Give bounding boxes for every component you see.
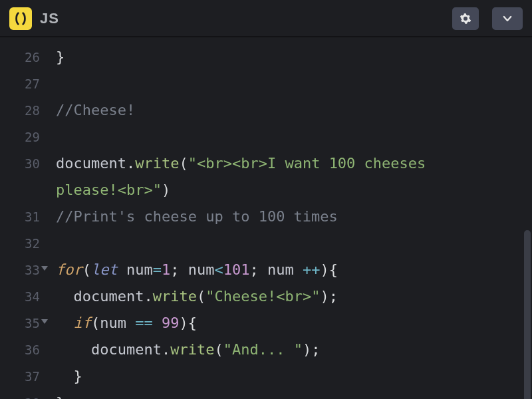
token-punct: . <box>162 341 170 358</box>
token-punct: ( <box>214 341 223 358</box>
settings-button[interactable] <box>452 7 479 30</box>
line-number-gutter: 26272829303132333435363738 <box>0 37 47 399</box>
code-line[interactable]: please!<br>") <box>56 177 532 203</box>
fold-toggle-icon[interactable] <box>41 319 48 324</box>
token-punct: } <box>74 368 82 384</box>
code-line[interactable]: } <box>56 363 532 390</box>
token-punct: ( <box>82 261 91 278</box>
code-line[interactable] <box>56 124 532 150</box>
token-punct: ); <box>320 288 338 305</box>
token-punct: ) <box>162 182 170 198</box>
code-line[interactable]: } <box>56 44 532 70</box>
token-keyword: if <box>74 315 92 331</box>
token-number: 1 <box>162 261 170 278</box>
code-line[interactable]: //Cheese! <box>56 97 532 124</box>
token-func: write <box>153 288 197 305</box>
token-ident: document <box>56 155 126 172</box>
gear-icon <box>460 13 471 25</box>
token-punct: ; <box>250 261 268 278</box>
code-line[interactable]: //Print's cheese up to 100 times <box>56 203 532 230</box>
token-op: = <box>153 261 162 278</box>
token-number: 99 <box>162 315 180 331</box>
token-func: write <box>135 155 179 172</box>
token-func: write <box>170 341 214 358</box>
expand-button[interactable] <box>492 7 523 30</box>
code-line[interactable] <box>56 70 532 97</box>
token-string: "Cheese!<br>" <box>205 288 320 305</box>
line-number: 28 <box>0 97 47 124</box>
token-default <box>118 261 126 278</box>
token-punct: ( <box>179 155 188 172</box>
code-line[interactable]: if(num == 99){ <box>56 310 532 336</box>
token-ident: document <box>91 341 162 358</box>
token-ident: num <box>267 261 294 278</box>
token-string: please!<br>" <box>56 182 162 198</box>
token-punct: . <box>126 155 135 172</box>
line-number: 35 <box>0 310 47 336</box>
code-line[interactable]: } <box>56 390 532 399</box>
line-number: 29 <box>0 124 47 150</box>
line-number: 34 <box>0 283 47 310</box>
token-ident: num <box>188 261 215 278</box>
line-number: 30 <box>0 150 47 177</box>
line-number: 38 <box>0 390 47 399</box>
token-punct: } <box>56 49 65 65</box>
token-ident: document <box>74 288 144 305</box>
token-keyword2: let <box>91 261 118 278</box>
token-default <box>153 315 162 331</box>
language-label: JS <box>40 10 59 27</box>
token-op: ++ <box>303 261 321 278</box>
token-punct: . <box>144 288 152 305</box>
token-default <box>294 261 303 278</box>
chevron-down-icon <box>501 13 513 25</box>
code-line[interactable]: document.write("And... "); <box>56 336 532 363</box>
token-op: < <box>215 261 223 278</box>
token-string: "And... " <box>223 341 303 358</box>
token-punct: ); <box>303 341 321 358</box>
token-number: 101 <box>223 261 250 278</box>
token-keyword: for <box>56 261 82 278</box>
line-number: 31 <box>0 203 47 230</box>
js-badge <box>9 7 32 30</box>
token-comment: //Cheese! <box>56 102 135 118</box>
token-string: "<br><br>I want 100 cheeses <box>188 155 435 172</box>
line-number: 26 <box>0 44 47 70</box>
line-number: 37 <box>0 363 47 390</box>
parentheses-icon <box>13 11 28 26</box>
token-punct: ; <box>170 261 188 278</box>
code-editor[interactable]: 26272829303132333435363738 }//Cheese!doc… <box>0 37 532 399</box>
token-default <box>126 315 135 331</box>
vertical-scrollbar[interactable] <box>524 230 531 399</box>
fold-toggle-icon[interactable] <box>41 266 48 271</box>
code-line[interactable]: document.write("<br><br>I want 100 chees… <box>56 150 532 177</box>
line-number: 32 <box>0 230 47 257</box>
code-line[interactable]: for(let num=1; num<101; num ++){ <box>56 257 532 283</box>
token-punct: ){ <box>321 261 338 278</box>
token-ident: num <box>126 261 153 278</box>
code-line[interactable] <box>56 230 532 257</box>
token-comment: //Print's cheese up to 100 times <box>56 208 338 225</box>
line-number: 33 <box>0 257 47 283</box>
editor-header: JS <box>0 0 532 37</box>
line-number <box>0 177 47 203</box>
code-area[interactable]: }//Cheese!document.write("<br><br>I want… <box>47 37 532 399</box>
token-punct: } <box>56 394 65 399</box>
token-punct: ( <box>197 288 205 305</box>
token-punct: ){ <box>180 315 198 331</box>
token-punct: ( <box>91 315 100 331</box>
code-line[interactable]: document.write("Cheese!<br>"); <box>56 283 532 310</box>
line-number: 36 <box>0 336 47 363</box>
token-ident: num <box>100 315 126 331</box>
line-number: 27 <box>0 70 47 97</box>
token-op: == <box>135 315 153 331</box>
